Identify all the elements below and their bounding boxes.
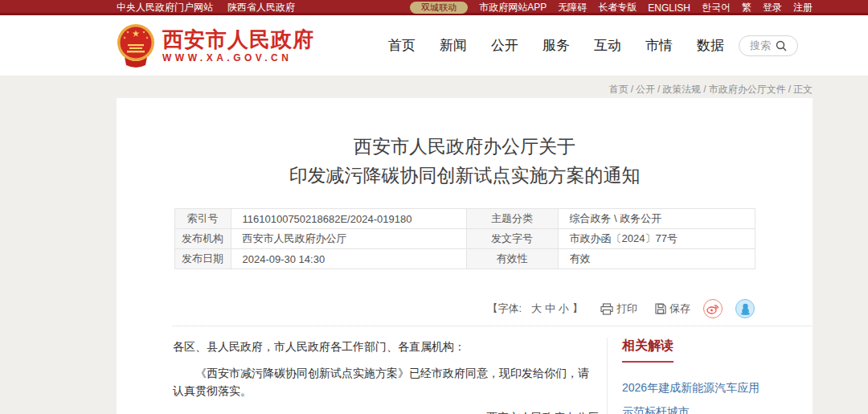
meta-value-index: 11610100750218682E/2024-019180 xyxy=(231,209,466,229)
nav-interaction[interactable]: 互动 xyxy=(594,36,621,55)
breadcrumb-home[interactable]: 首页 xyxy=(609,84,628,95)
title-line-1: 西安市人民政府办公厅关于 xyxy=(117,132,813,161)
top-utility-bar: 中央人民政府门户网站 陕西省人民政府 双城联动 市政府网站APP 无障碍 长者专… xyxy=(0,0,868,15)
meta-label-issuer: 发布机构 xyxy=(174,229,231,249)
signature-org: 西安市人民政府办公厅 xyxy=(173,408,599,414)
site-logo[interactable]: 西安市人民政府 WWW.XA.GOV.CN xyxy=(117,23,314,68)
meta-label-category: 主题分类 xyxy=(466,209,558,229)
article-toolbar: 【字体: 大 中 小 】 打印 xyxy=(174,299,755,318)
document-meta-table: 索引号 11610100750218682E/2024-019180 主题分类 … xyxy=(174,208,755,269)
font-size-prefix: 【字体: xyxy=(487,301,522,316)
breadcrumb-current: 正文 xyxy=(793,84,813,95)
nav-data[interactable]: 数据 xyxy=(697,36,724,55)
related-reading-panel: 相关解读 2026年建成新能源汽车应用示范标杆城市 xyxy=(608,338,805,414)
nav-news[interactable]: 新闻 xyxy=(440,36,467,55)
main-nav: 首页 新闻 公开 服务 互动 市情 数据 xyxy=(388,36,724,55)
font-size-small-button[interactable]: 小 xyxy=(559,301,569,316)
breadcrumb-separator: / xyxy=(631,84,633,95)
nav-services[interactable]: 服务 xyxy=(542,36,570,55)
breadcrumb-separator: / xyxy=(788,84,791,95)
weibo-icon xyxy=(706,303,719,314)
gov-app-link[interactable]: 市政府网站APP xyxy=(479,1,547,14)
meta-label-validity: 有效性 xyxy=(466,249,558,269)
meta-value-issuer: 西安市人民政府办公厅 xyxy=(231,229,466,249)
share-weibo-button[interactable] xyxy=(703,299,723,318)
site-url: WWW.XA.GOV.CN xyxy=(162,52,314,64)
meta-value-validity: 有效 xyxy=(558,249,755,269)
qq-penguin-icon xyxy=(740,303,751,315)
utility-links: 双城联动 市政府网站APP 无障碍 长者专版 ENGLISH 한국어 繁 登录 … xyxy=(410,1,813,14)
meta-value-pub-date: 2024-09-30 14:30 xyxy=(231,249,466,269)
font-size-large-button[interactable]: 大 xyxy=(531,301,542,316)
related-article-link[interactable]: 2026年建成新能源汽车应用示范标杆城市 xyxy=(622,375,768,414)
font-size-medium-button[interactable]: 中 xyxy=(545,301,555,316)
logo-text: 西安市人民政府 WWW.XA.GOV.CN xyxy=(162,28,314,64)
body-paragraph: 《西安市减污降碳协同创新试点实施方案》已经市政府同意，现印发给你们，请认真贯彻落… xyxy=(173,364,599,400)
print-label: 打印 xyxy=(616,301,637,316)
title-line-2: 印发减污降碳协同创新试点实施方案的通知 xyxy=(117,161,813,190)
breadcrumb-office-docs[interactable]: 市政府办公厅文件 xyxy=(709,84,786,95)
korean-link[interactable]: 한국어 xyxy=(702,1,731,14)
breadcrumb-disclosure[interactable]: 公开 xyxy=(636,84,655,95)
nav-city-info[interactable]: 市情 xyxy=(645,36,673,55)
meta-label-doc-number: 发文字号 xyxy=(466,229,558,249)
table-row: 索引号 11610100750218682E/2024-019180 主题分类 … xyxy=(174,209,755,229)
accessibility-link[interactable]: 无障碍 xyxy=(558,1,587,14)
breadcrumb-separator: / xyxy=(703,84,706,95)
toolbar-divider xyxy=(173,326,812,326)
meta-value-category: 综合政务 \ 政务公开 xyxy=(558,209,755,229)
search-label: 搜索 xyxy=(750,39,771,53)
traditional-chinese-link[interactable]: 繁 xyxy=(742,1,751,14)
nav-disclosure[interactable]: 公开 xyxy=(491,36,518,55)
breadcrumb: 首页/公开/政策法规/市政府办公厅文件/正文 xyxy=(117,76,813,98)
salutation-text: 各区、县人民政府，市人民政府各工作部门、各直属机构： xyxy=(173,338,599,355)
print-button[interactable]: 打印 xyxy=(600,301,637,316)
dual-city-pill[interactable]: 双城联动 xyxy=(410,2,468,14)
related-reading-underline xyxy=(622,361,674,363)
search-box[interactable]: 搜索 xyxy=(739,35,798,56)
register-link[interactable]: 注册 xyxy=(793,1,813,14)
login-link[interactable]: 登录 xyxy=(763,1,782,14)
table-row: 发布机构 西安市人民政府办公厅 发文字号 市政办函〔2024〕77号 xyxy=(174,229,755,249)
breadcrumb-policies[interactable]: 政策法规 xyxy=(662,84,701,95)
table-row: 发布日期 2024-09-30 14:30 有效性 有效 xyxy=(174,249,755,269)
english-link[interactable]: ENGLISH xyxy=(648,2,690,14)
site-header: 西安市人民政府 WWW.XA.GOV.CN 首页 新闻 公开 服务 互动 市情 … xyxy=(0,15,868,76)
related-reading-title: 相关解读 xyxy=(622,338,805,355)
shaanxi-gov-link[interactable]: 陕西省人民政府 xyxy=(227,1,295,14)
save-icon xyxy=(655,303,666,314)
gov-links: 中央人民政府门户网站 陕西省人民政府 xyxy=(117,1,295,14)
page-title: 西安市人民政府办公厅关于 印发减污降碳协同创新试点实施方案的通知 xyxy=(117,132,813,190)
save-button[interactable]: 保存 xyxy=(655,301,690,316)
breadcrumb-separator: / xyxy=(657,84,660,95)
senior-version-link[interactable]: 长者专版 xyxy=(598,1,637,14)
search-icon xyxy=(776,40,787,51)
site-name: 西安市人民政府 xyxy=(162,28,314,51)
share-qq-button[interactable] xyxy=(735,299,755,318)
save-label: 保存 xyxy=(669,301,690,316)
document-body: 各区、县人民政府，市人民政府各工作部门、各直属机构： 《西安市减污降碳协同创新试… xyxy=(173,338,599,414)
meta-label-pub-date: 发布日期 xyxy=(174,249,231,269)
meta-label-index: 索引号 xyxy=(174,209,231,229)
meta-value-doc-number: 市政办函〔2024〕77号 xyxy=(558,229,755,249)
article-card: 西安市人民政府办公厅关于 印发减污降碳协同创新试点实施方案的通知 索引号 116… xyxy=(117,98,813,414)
printer-icon xyxy=(600,303,613,315)
font-size-suffix: 】 xyxy=(572,301,583,316)
central-gov-link[interactable]: 中央人民政府门户网站 xyxy=(117,1,213,14)
national-emblem-icon xyxy=(117,23,155,68)
nav-home[interactable]: 首页 xyxy=(388,36,416,55)
